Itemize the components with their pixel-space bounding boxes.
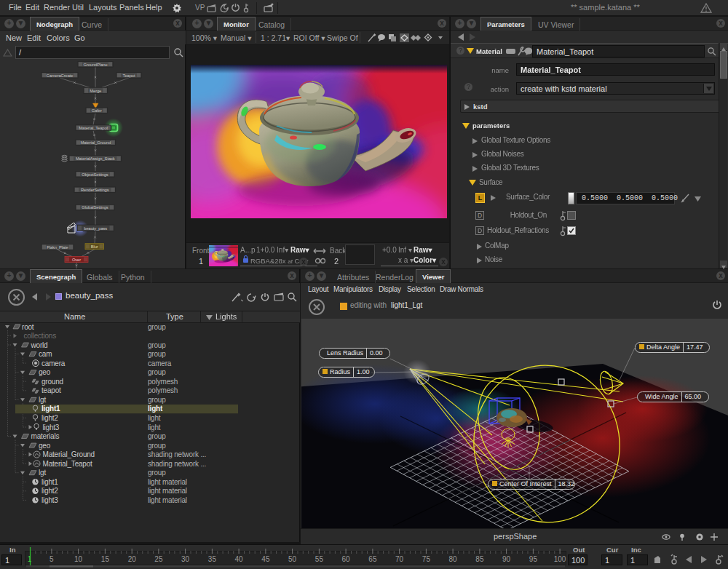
svg-text:70: 70 [395,555,404,563]
svg-text:Material_Teapot: Material_Teapot [43,460,93,468]
svg-text:Teapot: Teapot [123,73,135,78]
svg-text:ground: ground [41,378,63,386]
svg-text:group: group [148,432,166,440]
svg-text:geo: geo [39,442,51,450]
svg-text:30: 30 [181,555,190,563]
svg-text:light material: light material [148,487,187,495]
svg-text:ObjectSettings: ObjectSettings [82,172,108,177]
svg-text:50: 50 [288,555,297,563]
svg-text:20: 20 [128,555,137,563]
svg-text:light2: light2 [41,487,58,495]
svg-text:MaterialAssign_Stack: MaterialAssign_Stack [76,156,115,161]
svg-text:1: 1 [28,555,32,563]
svg-text:light material: light material [148,478,187,486]
svg-text:light: light [148,414,161,422]
svg-text:GlobalSettings: GlobalSettings [82,205,108,210]
svg-text:light2: light2 [41,414,58,422]
svg-text:beauty_pass: beauty_pass [84,226,107,231]
svg-text:GroundPlane: GroundPlane [83,63,107,67]
svg-text:group: group [148,368,166,376]
svg-text:80: 80 [449,555,458,563]
svg-text:shading network ...: shading network ... [148,460,206,468]
svg-text:Flakn_Plate: Flakn_Plate [47,245,68,250]
svg-text:world: world [31,341,48,349]
svg-text:light1: light1 [41,405,60,413]
svg-text:CameraCreate: CameraCreate [47,73,74,78]
svg-text:15: 15 [101,555,110,563]
svg-text:55: 55 [315,555,324,563]
svg-text:Over: Over [72,258,81,262]
svg-text:light: light [148,423,161,431]
svg-text:45: 45 [261,555,270,563]
svg-text:root: root [22,323,34,331]
svg-text:35: 35 [208,555,217,563]
svg-text:group: group [148,341,166,349]
svg-text:light3: light3 [43,423,60,431]
svg-text:Merge: Merge [90,89,101,93]
svg-text:85: 85 [475,555,484,563]
svg-text:95: 95 [529,555,538,563]
svg-text:Material_Teapot: Material_Teapot [79,126,108,130]
svg-text:90: 90 [502,555,511,563]
svg-text:RenderSettings: RenderSettings [81,188,109,192]
svg-text:lgt: lgt [39,396,46,404]
svg-text:cam: cam [39,350,52,358]
svg-text:geo: geo [39,368,51,376]
svg-text:10: 10 [74,555,83,563]
svg-text:group: group [148,350,166,358]
svg-text:group: group [148,323,166,331]
svg-text:camera: camera [148,359,172,367]
svg-text:75: 75 [422,555,431,563]
svg-text:lgt: lgt [39,469,46,477]
svg-text:materials: materials [31,432,60,440]
svg-text:shading network ...: shading network ... [148,450,206,458]
svg-text:polymesh: polymesh [148,378,178,386]
svg-text:teapot: teapot [41,386,61,394]
svg-text:group: group [148,396,166,404]
svg-text:Gafer: Gafer [92,108,102,113]
svg-text:group: group [148,469,166,477]
svg-text:polymesh: polymesh [148,386,178,394]
svg-text:camera: camera [41,359,66,367]
svg-text:light: light [148,405,163,413]
svg-text:group: group [148,442,166,450]
svg-text:Blur: Blur [91,244,98,249]
svg-text:light1: light1 [41,478,58,486]
svg-text:collections: collections [24,332,57,340]
svg-text:Material_Ground: Material_Ground [80,140,111,145]
svg-text:65: 65 [368,555,377,563]
svg-text:5: 5 [50,555,54,563]
svg-text:25: 25 [154,555,163,563]
svg-text:60: 60 [342,555,351,563]
svg-text:100: 100 [554,555,566,563]
svg-text:40: 40 [235,555,244,563]
svg-text:Material_Ground: Material_Ground [43,450,95,458]
svg-text:light3: light3 [41,496,58,504]
svg-text:light material: light material [148,496,187,504]
